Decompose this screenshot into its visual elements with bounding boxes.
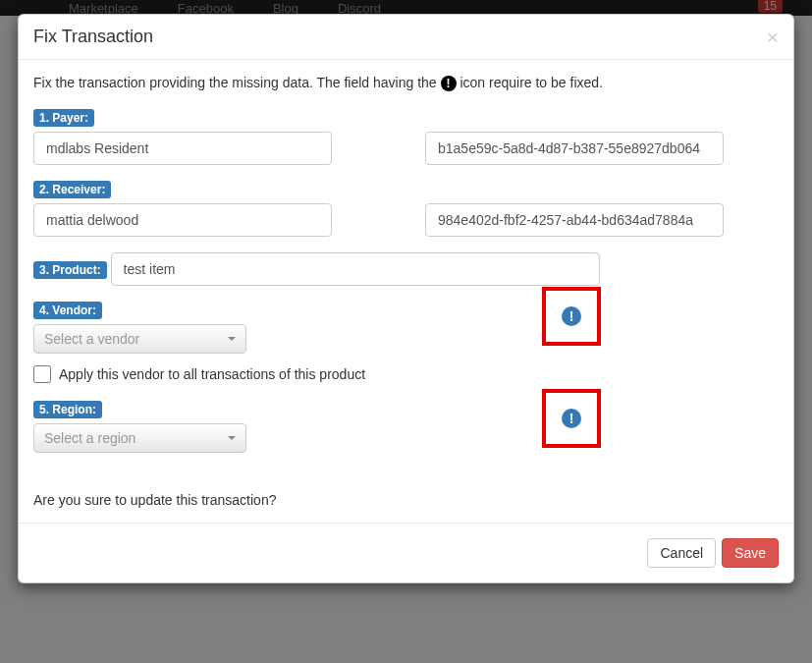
intro-text: Fix the transaction providing the missin… [33,75,779,91]
payer-label: 1. Payer: [33,109,94,127]
vendor-label: 4. Vendor: [33,302,102,319]
receiver-id-input[interactable] [425,203,724,237]
region-warning-highlight: ! [542,389,601,448]
region-placeholder: Select a region [44,430,135,446]
region-label: 5. Region: [33,401,102,418]
cancel-button[interactable]: Cancel [647,538,716,568]
apply-vendor-label: Apply this vendor to all transactions of… [59,366,365,382]
modal-body: Fix the transaction providing the missin… [19,60,793,523]
region-group: 5. Region: Select a region ! [33,401,779,453]
exclamation-icon: ! [441,76,457,91]
fix-transaction-modal: Fix Transaction × Fix the transaction pr… [18,14,794,583]
modal-title: Fix Transaction [33,27,153,47]
confirm-text: Are you sure to update this transaction? [33,492,779,508]
region-dropdown[interactable]: Select a region [33,423,246,453]
modal-header: Fix Transaction × [19,15,793,60]
vendor-warning-highlight: ! [542,287,601,346]
apply-vendor-row: Apply this vendor to all transactions of… [33,365,779,383]
intro-post: icon require to be fixed. [460,75,603,90]
vendor-dropdown[interactable]: Select a vendor [33,324,246,354]
payer-name-input[interactable] [33,132,332,165]
receiver-group: 2. Receiver: [33,181,779,237]
product-label: 3. Product: [33,261,107,279]
receiver-name-input[interactable] [33,203,332,237]
exclamation-icon: ! [562,306,581,326]
modal-footer: Cancel Save [19,523,793,582]
chevron-down-icon [228,337,236,341]
product-group: 3. Product: [33,252,779,286]
receiver-label: 2. Receiver: [33,181,111,198]
chevron-down-icon [228,436,236,440]
save-button[interactable]: Save [722,538,779,568]
apply-vendor-checkbox[interactable] [33,365,51,383]
vendor-group: 4. Vendor: Select a vendor ! Apply this … [33,302,779,383]
payer-group: 1. Payer: [33,109,779,165]
intro-pre: Fix the transaction providing the missin… [33,75,441,90]
product-input[interactable] [111,252,600,286]
close-icon[interactable]: × [767,27,779,47]
exclamation-icon: ! [562,409,581,428]
payer-id-input[interactable] [425,132,724,165]
vendor-placeholder: Select a vendor [44,331,139,347]
